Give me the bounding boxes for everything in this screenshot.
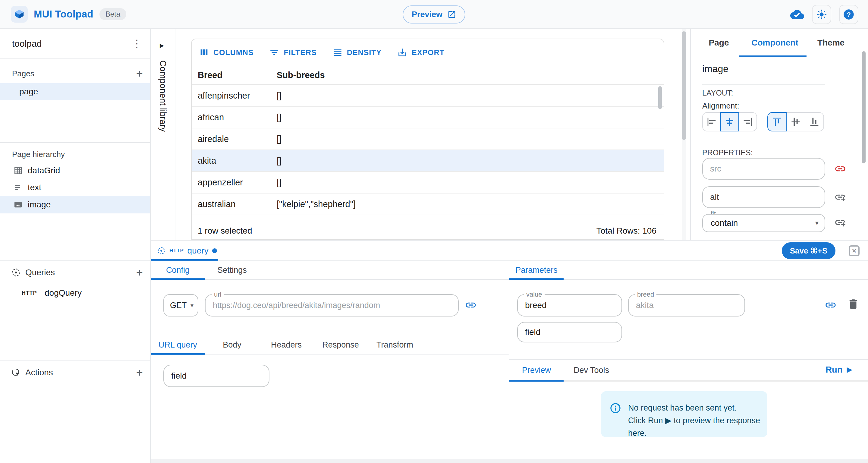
tab-response[interactable]: Response — [313, 335, 368, 354]
add-page-button[interactable]: + — [136, 68, 143, 79]
layout-section-label: LAYOUT: — [702, 89, 733, 97]
tab-component[interactable]: Component — [747, 29, 803, 57]
close-panel-button[interactable]: × — [849, 245, 860, 256]
table-row[interactable]: airedale [] — [192, 128, 664, 150]
param-name-field[interactable]: value — [517, 294, 622, 316]
preview-button-label: Preview — [412, 10, 442, 19]
inspector-scrollbar-thumb[interactable] — [862, 51, 866, 163]
text-icon — [13, 183, 23, 192]
density-button[interactable]: DENSITY — [333, 47, 381, 58]
datagrid-scrollbar[interactable] — [658, 86, 662, 109]
align-horizontal-right-button[interactable] — [738, 112, 757, 131]
url-query-input[interactable] — [164, 365, 269, 387]
url-query-field[interactable] — [163, 365, 270, 387]
component-library-label: Component library — [158, 60, 168, 132]
tab-theme[interactable]: Theme — [803, 29, 859, 57]
inspector-tabs: Page Component Theme — [691, 29, 868, 57]
export-button[interactable]: EXPORT — [397, 47, 444, 58]
query-editor-panel: HTTP query Save ⌘+S × Config Settings GE… — [151, 240, 868, 463]
canvas-scrollbar-thumb[interactable] — [682, 31, 686, 140]
hierarchy-item-text[interactable]: text — [0, 179, 150, 196]
expand-library-arrow-icon[interactable]: ▶ — [160, 42, 164, 49]
url-field[interactable]: url — [205, 294, 459, 316]
table-row-selected[interactable]: akita [] — [192, 150, 664, 172]
add-query-button[interactable]: + — [136, 267, 143, 278]
tab-page[interactable]: Page — [691, 29, 747, 57]
save-button[interactable]: Save ⌘+S — [782, 242, 835, 259]
cell-subbreeds: [] — [277, 91, 281, 101]
table-row[interactable]: appenzeller [] — [192, 172, 664, 193]
help-button[interactable]: ? — [839, 5, 858, 24]
fit-select[interactable]: contain ▾ — [702, 214, 825, 232]
delete-param-trash-icon[interactable] — [847, 298, 860, 310]
url-binding-link-icon[interactable] — [465, 299, 477, 311]
align-vertical-top-button[interactable] — [767, 112, 786, 131]
tab-preview[interactable]: Preview — [509, 360, 564, 380]
tab-url-query[interactable]: URL query — [151, 335, 205, 354]
hierarchy-item-image[interactable]: image — [0, 196, 150, 213]
hierarchy-item-label: text — [28, 183, 41, 192]
add-action-button[interactable]: + — [136, 367, 143, 378]
tab-parameters[interactable]: Parameters — [509, 261, 564, 279]
filters-button[interactable]: FILTERS — [269, 47, 316, 58]
param-binding-link-icon[interactable] — [825, 299, 837, 311]
http-method-value: GET — [164, 301, 187, 310]
table-row[interactable]: affenpinscher [] — [192, 85, 664, 107]
align-vertical-center-button[interactable] — [786, 112, 805, 131]
query-item-dogquery[interactable]: HTTP dogQuery — [0, 284, 150, 302]
tab-config[interactable]: Config — [151, 261, 205, 279]
cloud-done-icon — [790, 7, 804, 22]
page-item-label: page — [19, 87, 38, 96]
canvas-scrollbar[interactable] — [682, 29, 686, 240]
url-input[interactable] — [206, 295, 458, 316]
cell-subbreeds: [] — [277, 134, 281, 144]
bottom-panel-scrollbar[interactable] — [151, 459, 868, 463]
param-value-field[interactable]: breed — [628, 294, 745, 316]
column-header-breed[interactable]: Breed — [192, 70, 277, 80]
light-mode-icon — [816, 9, 827, 20]
run-button[interactable]: Run ▶ — [826, 359, 852, 380]
src-binding-link-icon[interactable] — [834, 163, 846, 175]
hierarchy-item-datagrid[interactable]: dataGrid — [0, 162, 150, 179]
project-menu-kebab-icon[interactable]: ⋮ — [131, 37, 143, 50]
src-input[interactable] — [703, 159, 825, 179]
theme-toggle-button[interactable] — [812, 5, 831, 24]
fit-add-binding-icon[interactable] — [834, 216, 846, 228]
cell-subbreeds: [] — [277, 113, 281, 122]
no-request-alert: No request has been sent yet. Click Run … — [601, 391, 767, 437]
tab-headers[interactable]: Headers — [259, 335, 313, 354]
alt-field[interactable] — [702, 186, 825, 208]
tab-body[interactable]: Body — [205, 335, 259, 354]
app-title: MUI Toolpad — [34, 8, 93, 20]
preview-button[interactable]: Preview — [403, 5, 465, 24]
align-horizontal-center-button[interactable] — [720, 112, 739, 131]
tab-dev-tools[interactable]: Dev Tools — [564, 360, 619, 380]
align-horizontal-left-button[interactable] — [702, 112, 721, 131]
tab-http-query[interactable]: HTTP query — [157, 241, 217, 261]
selection-count: 1 row selected — [198, 226, 252, 236]
table-row[interactable]: african [] — [192, 107, 664, 128]
datagrid-component[interactable]: COLUMNS FILTERS DENSITY — [191, 38, 664, 240]
datagrid-icon — [13, 166, 23, 176]
query-tab-label: query — [187, 246, 209, 256]
tab-transform[interactable]: Transform — [368, 335, 422, 354]
mui-logo-icon — [11, 6, 28, 23]
alt-add-binding-icon[interactable] — [834, 191, 846, 203]
alt-input[interactable] — [703, 187, 825, 207]
align-vertical-bottom-button[interactable] — [805, 112, 824, 131]
http-method-select[interactable]: GET ▾ — [163, 294, 198, 316]
cell-breed: african — [192, 113, 277, 122]
component-library-strip[interactable]: ▶ Component library — [151, 29, 176, 240]
table-row[interactable]: australian ["kelpie","shepherd"] — [192, 193, 664, 215]
sidebar-item-page[interactable]: page — [0, 83, 150, 100]
tab-settings[interactable]: Settings — [205, 261, 259, 279]
src-field[interactable] — [702, 158, 825, 180]
active-tab-indicator — [151, 353, 205, 355]
columns-button[interactable]: COLUMNS — [199, 47, 253, 58]
param-extra-input[interactable] — [518, 322, 621, 342]
query-icon — [157, 246, 166, 255]
param-extra-field[interactable] — [517, 322, 622, 342]
query-parameters-pane: Parameters value breed Preview — [509, 261, 868, 459]
queries-section-header: Queries + — [0, 265, 150, 280]
column-header-subbreeds[interactable]: Sub-breeds — [277, 70, 325, 80]
